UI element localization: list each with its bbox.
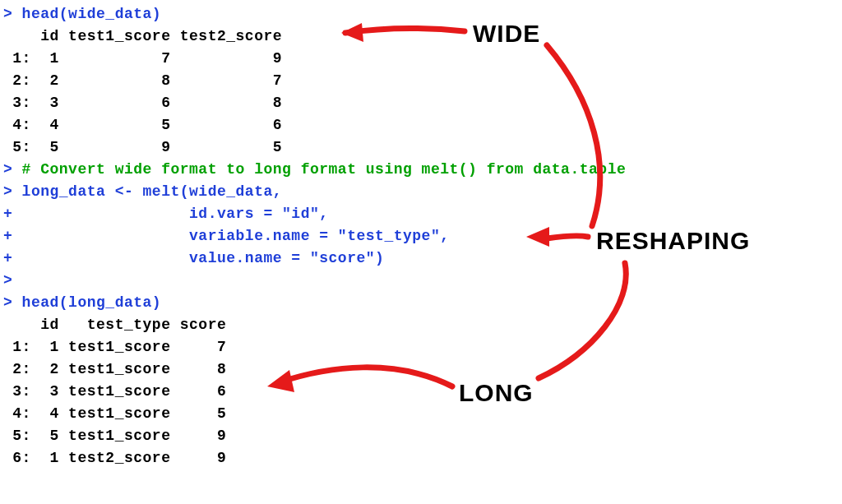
console-line: id test_type score <box>3 314 839 336</box>
console-line: > long_data <- melt(wide_data, <box>3 181 839 203</box>
console-line: > # Convert wide format to long format u… <box>3 159 839 181</box>
console-line: 4: 4 5 6 <box>3 114 839 136</box>
console-line: > head(long_data) <box>3 292 839 314</box>
console-line: 4: 4 test1_score 5 <box>3 403 839 425</box>
console-line: 5: 5 9 5 <box>3 136 839 159</box>
console-line: > head(wide_data) <box>3 3 839 25</box>
console-line: 3: 3 6 8 <box>3 92 839 114</box>
console-line: 5: 5 test1_score 9 <box>3 425 839 447</box>
console-line: 6: 1 test2_score 9 <box>3 447 839 469</box>
console-line: id test1_score test2_score <box>3 25 839 48</box>
console-line: 1: 1 test1_score 7 <box>3 336 839 358</box>
console-line: 2: 2 test1_score 8 <box>3 358 839 381</box>
console-line: > <box>3 270 839 292</box>
annotation-label-reshaping: RESHAPING <box>596 222 750 259</box>
console-line: 2: 2 8 7 <box>3 70 839 92</box>
console-line: 3: 3 test1_score 6 <box>3 381 839 403</box>
annotation-label-long: LONG <box>459 374 534 411</box>
annotation-label-wide: WIDE <box>473 15 540 52</box>
console-line: 1: 1 7 9 <box>3 48 839 70</box>
